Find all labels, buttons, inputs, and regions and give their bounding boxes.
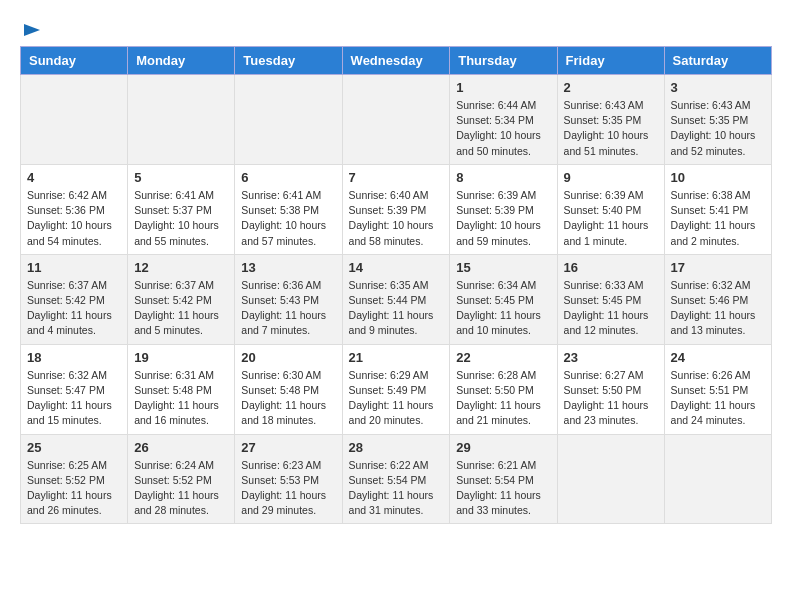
day-info: Sunrise: 6:35 AM Sunset: 5:44 PM Dayligh… — [349, 278, 444, 339]
calendar-day-cell: 12Sunrise: 6:37 AM Sunset: 5:42 PM Dayli… — [128, 254, 235, 344]
day-info: Sunrise: 6:42 AM Sunset: 5:36 PM Dayligh… — [27, 188, 121, 249]
day-info: Sunrise: 6:31 AM Sunset: 5:48 PM Dayligh… — [134, 368, 228, 429]
day-info: Sunrise: 6:22 AM Sunset: 5:54 PM Dayligh… — [349, 458, 444, 519]
weekday-header-sunday: Sunday — [21, 47, 128, 75]
day-number: 20 — [241, 350, 335, 365]
calendar-day-cell: 13Sunrise: 6:36 AM Sunset: 5:43 PM Dayli… — [235, 254, 342, 344]
day-info: Sunrise: 6:30 AM Sunset: 5:48 PM Dayligh… — [241, 368, 335, 429]
day-number: 15 — [456, 260, 550, 275]
calendar-day-cell — [235, 75, 342, 165]
calendar-table: SundayMondayTuesdayWednesdayThursdayFrid… — [20, 46, 772, 524]
calendar-day-cell: 5Sunrise: 6:41 AM Sunset: 5:37 PM Daylig… — [128, 164, 235, 254]
calendar-day-cell — [128, 75, 235, 165]
day-info: Sunrise: 6:39 AM Sunset: 5:40 PM Dayligh… — [564, 188, 658, 249]
calendar-day-cell: 19Sunrise: 6:31 AM Sunset: 5:48 PM Dayli… — [128, 344, 235, 434]
day-number: 21 — [349, 350, 444, 365]
day-info: Sunrise: 6:36 AM Sunset: 5:43 PM Dayligh… — [241, 278, 335, 339]
calendar-day-cell: 1Sunrise: 6:44 AM Sunset: 5:34 PM Daylig… — [450, 75, 557, 165]
calendar-day-cell: 23Sunrise: 6:27 AM Sunset: 5:50 PM Dayli… — [557, 344, 664, 434]
calendar-week-row: 1Sunrise: 6:44 AM Sunset: 5:34 PM Daylig… — [21, 75, 772, 165]
day-info: Sunrise: 6:21 AM Sunset: 5:54 PM Dayligh… — [456, 458, 550, 519]
calendar-day-cell: 22Sunrise: 6:28 AM Sunset: 5:50 PM Dayli… — [450, 344, 557, 434]
day-info: Sunrise: 6:39 AM Sunset: 5:39 PM Dayligh… — [456, 188, 550, 249]
day-info: Sunrise: 6:29 AM Sunset: 5:49 PM Dayligh… — [349, 368, 444, 429]
day-info: Sunrise: 6:27 AM Sunset: 5:50 PM Dayligh… — [564, 368, 658, 429]
weekday-header-tuesday: Tuesday — [235, 47, 342, 75]
day-info: Sunrise: 6:38 AM Sunset: 5:41 PM Dayligh… — [671, 188, 765, 249]
calendar-day-cell: 21Sunrise: 6:29 AM Sunset: 5:49 PM Dayli… — [342, 344, 450, 434]
day-info: Sunrise: 6:24 AM Sunset: 5:52 PM Dayligh… — [134, 458, 228, 519]
calendar-day-cell: 26Sunrise: 6:24 AM Sunset: 5:52 PM Dayli… — [128, 434, 235, 524]
calendar-day-cell: 29Sunrise: 6:21 AM Sunset: 5:54 PM Dayli… — [450, 434, 557, 524]
calendar-week-row: 25Sunrise: 6:25 AM Sunset: 5:52 PM Dayli… — [21, 434, 772, 524]
calendar-week-row: 4Sunrise: 6:42 AM Sunset: 5:36 PM Daylig… — [21, 164, 772, 254]
day-number: 25 — [27, 440, 121, 455]
calendar-day-cell — [21, 75, 128, 165]
calendar-day-cell: 14Sunrise: 6:35 AM Sunset: 5:44 PM Dayli… — [342, 254, 450, 344]
day-number: 23 — [564, 350, 658, 365]
day-info: Sunrise: 6:43 AM Sunset: 5:35 PM Dayligh… — [671, 98, 765, 159]
calendar-day-cell: 11Sunrise: 6:37 AM Sunset: 5:42 PM Dayli… — [21, 254, 128, 344]
day-number: 6 — [241, 170, 335, 185]
page-header — [20, 20, 772, 36]
calendar-day-cell: 20Sunrise: 6:30 AM Sunset: 5:48 PM Dayli… — [235, 344, 342, 434]
calendar-day-cell: 4Sunrise: 6:42 AM Sunset: 5:36 PM Daylig… — [21, 164, 128, 254]
weekday-header-thursday: Thursday — [450, 47, 557, 75]
calendar-day-cell: 2Sunrise: 6:43 AM Sunset: 5:35 PM Daylig… — [557, 75, 664, 165]
calendar-day-cell: 28Sunrise: 6:22 AM Sunset: 5:54 PM Dayli… — [342, 434, 450, 524]
day-info: Sunrise: 6:37 AM Sunset: 5:42 PM Dayligh… — [134, 278, 228, 339]
calendar-day-cell: 16Sunrise: 6:33 AM Sunset: 5:45 PM Dayli… — [557, 254, 664, 344]
calendar-day-cell: 10Sunrise: 6:38 AM Sunset: 5:41 PM Dayli… — [664, 164, 771, 254]
day-number: 7 — [349, 170, 444, 185]
day-info: Sunrise: 6:34 AM Sunset: 5:45 PM Dayligh… — [456, 278, 550, 339]
calendar-day-cell: 8Sunrise: 6:39 AM Sunset: 5:39 PM Daylig… — [450, 164, 557, 254]
calendar-day-cell: 6Sunrise: 6:41 AM Sunset: 5:38 PM Daylig… — [235, 164, 342, 254]
day-number: 9 — [564, 170, 658, 185]
weekday-header-wednesday: Wednesday — [342, 47, 450, 75]
day-info: Sunrise: 6:37 AM Sunset: 5:42 PM Dayligh… — [27, 278, 121, 339]
day-number: 22 — [456, 350, 550, 365]
day-info: Sunrise: 6:40 AM Sunset: 5:39 PM Dayligh… — [349, 188, 444, 249]
day-info: Sunrise: 6:28 AM Sunset: 5:50 PM Dayligh… — [456, 368, 550, 429]
weekday-header-monday: Monday — [128, 47, 235, 75]
day-number: 17 — [671, 260, 765, 275]
weekday-header-row: SundayMondayTuesdayWednesdayThursdayFrid… — [21, 47, 772, 75]
calendar-day-cell: 24Sunrise: 6:26 AM Sunset: 5:51 PM Dayli… — [664, 344, 771, 434]
weekday-header-saturday: Saturday — [664, 47, 771, 75]
day-number: 29 — [456, 440, 550, 455]
day-info: Sunrise: 6:26 AM Sunset: 5:51 PM Dayligh… — [671, 368, 765, 429]
day-info: Sunrise: 6:41 AM Sunset: 5:37 PM Dayligh… — [134, 188, 228, 249]
calendar-week-row: 18Sunrise: 6:32 AM Sunset: 5:47 PM Dayli… — [21, 344, 772, 434]
calendar-day-cell — [664, 434, 771, 524]
day-number: 10 — [671, 170, 765, 185]
calendar-day-cell: 9Sunrise: 6:39 AM Sunset: 5:40 PM Daylig… — [557, 164, 664, 254]
day-number: 5 — [134, 170, 228, 185]
calendar-day-cell: 7Sunrise: 6:40 AM Sunset: 5:39 PM Daylig… — [342, 164, 450, 254]
day-info: Sunrise: 6:44 AM Sunset: 5:34 PM Dayligh… — [456, 98, 550, 159]
day-info: Sunrise: 6:32 AM Sunset: 5:47 PM Dayligh… — [27, 368, 121, 429]
logo-text-block — [20, 20, 42, 36]
day-info: Sunrise: 6:32 AM Sunset: 5:46 PM Dayligh… — [671, 278, 765, 339]
day-info: Sunrise: 6:41 AM Sunset: 5:38 PM Dayligh… — [241, 188, 335, 249]
day-number: 4 — [27, 170, 121, 185]
calendar-day-cell: 15Sunrise: 6:34 AM Sunset: 5:45 PM Dayli… — [450, 254, 557, 344]
day-number: 13 — [241, 260, 335, 275]
weekday-header-friday: Friday — [557, 47, 664, 75]
day-info: Sunrise: 6:23 AM Sunset: 5:53 PM Dayligh… — [241, 458, 335, 519]
logo — [20, 20, 42, 36]
day-number: 19 — [134, 350, 228, 365]
day-number: 27 — [241, 440, 335, 455]
day-number: 8 — [456, 170, 550, 185]
calendar-day-cell: 27Sunrise: 6:23 AM Sunset: 5:53 PM Dayli… — [235, 434, 342, 524]
day-info: Sunrise: 6:33 AM Sunset: 5:45 PM Dayligh… — [564, 278, 658, 339]
svg-marker-0 — [24, 24, 40, 36]
calendar-day-cell: 17Sunrise: 6:32 AM Sunset: 5:46 PM Dayli… — [664, 254, 771, 344]
calendar-week-row: 11Sunrise: 6:37 AM Sunset: 5:42 PM Dayli… — [21, 254, 772, 344]
day-info: Sunrise: 6:25 AM Sunset: 5:52 PM Dayligh… — [27, 458, 121, 519]
day-number: 14 — [349, 260, 444, 275]
day-number: 16 — [564, 260, 658, 275]
day-number: 28 — [349, 440, 444, 455]
calendar-day-cell — [557, 434, 664, 524]
day-number: 2 — [564, 80, 658, 95]
day-number: 11 — [27, 260, 121, 275]
